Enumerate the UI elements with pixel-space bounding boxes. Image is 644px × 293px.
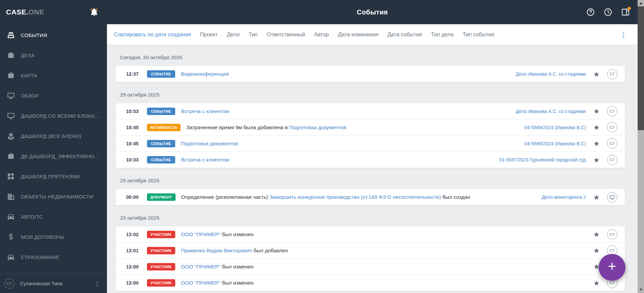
case-link[interactable]: 01-5587/2023 Гурьевский городской суд [499, 157, 586, 162]
event-text-part: был создан [441, 194, 470, 200]
filter-item-4[interactable]: Автор [314, 32, 329, 38]
filter-item-3[interactable]: Ответственный [267, 32, 305, 38]
scroll-up-arrow[interactable] [638, 0, 644, 6]
sidebar-item-dashboard-pretenzii[interactable]: ДАШБОРД ПРЕТЕНЗИИ [0, 166, 107, 186]
sidebar: CASE.ONE СОБЫТИЯДЕЛАКАРТАОБЗОРДАШБОРД СО… [0, 0, 107, 293]
filter-item-8[interactable]: Тип события [463, 32, 494, 38]
star-icon[interactable]: ★ [593, 280, 600, 287]
event-row: 10:53СОБЫТИЕВстреча с клиентомДело Ивано… [116, 103, 625, 119]
logo-primary: CASE. [6, 8, 29, 16]
case-link[interactable]: Дело мониторинга 2 [542, 194, 586, 200]
event-link[interactable]: Подготовка документов [289, 124, 346, 130]
star-icon[interactable]: ★ [593, 194, 600, 201]
filter-item-0[interactable]: Проект [200, 32, 218, 38]
event-link[interactable]: ООО "ПРИМЕР" [181, 231, 221, 237]
sidebar-item-events[interactable]: СОБЫТИЯ [0, 25, 107, 45]
event-link[interactable]: Применко Вадим Викторович [181, 248, 252, 253]
star-icon[interactable]: ★ [593, 247, 600, 254]
sidebar-item-overview[interactable]: ОБЗОР [0, 85, 107, 106]
filter-item-2[interactable]: Тип [249, 32, 258, 38]
avatar[interactable]: СТ [607, 229, 617, 240]
filter-list: ПроектДелоТипОтветственныйАвторДата изме… [200, 32, 494, 38]
sidebar-item-map[interactable]: КАРТА [0, 65, 107, 85]
sidebar-item-cases[interactable]: ДЕЛА [0, 45, 107, 65]
event-link[interactable]: Встреча с клиентом [181, 108, 229, 114]
history-icon[interactable] [604, 8, 612, 16]
event-time: 13:00 [126, 280, 141, 286]
case-link[interactable]: Дело Иванова А.С. со стадиями [516, 109, 586, 114]
event-link[interactable]: Видеоконференция [181, 71, 229, 77]
star-icon[interactable]: ★ [593, 108, 600, 115]
scrollbar-thumb[interactable] [638, 6, 644, 130]
filter-item-5[interactable]: Дата изменения [338, 32, 378, 38]
event-text: ООО "ПРИМЕР" был изменен [181, 263, 593, 270]
avatar[interactable]: СТ [607, 138, 617, 149]
event-text-part: Затраченное время 9м была добавлена в [186, 124, 289, 130]
star-icon[interactable]: ★ [593, 231, 600, 238]
sidebar-item-label: ОБЗОР [21, 93, 39, 99]
star-icon[interactable]: ★ [593, 124, 600, 131]
app-logo: CASE.ONE [6, 8, 44, 16]
event-text-part: был изменен [221, 231, 254, 237]
filter-menu-dots-icon[interactable] [619, 31, 628, 39]
scrollbar[interactable] [638, 0, 644, 293]
filter-item-7[interactable]: Тип дела [431, 32, 454, 38]
sidebar-user[interactable]: СТ Сухановская Тина [0, 273, 107, 293]
sidebar-nav: СОБЫТИЯДЕЛАКАРТАОБЗОРДАШБОРД СО ВСЕМИ БЛ… [0, 24, 107, 267]
user-menu-dots-icon[interactable] [93, 280, 101, 287]
avatar[interactable]: СТ [607, 155, 617, 165]
event-row-actions: ★СТ [593, 229, 617, 240]
date-group-header: 23 октября 2025 [107, 205, 638, 226]
avatar[interactable]: СТ [607, 69, 617, 79]
event-text: ООО "ПРИМЕР" был изменен [181, 231, 593, 238]
notifications-bell-icon[interactable] [89, 7, 99, 17]
filter-item-1[interactable]: Дело [227, 32, 240, 38]
star-icon[interactable]: ★ [593, 140, 600, 147]
event-type-badge: АКТИВНОСТЬ [147, 124, 181, 131]
sort-by-date-link[interactable]: Сортировать по дате создания [114, 32, 191, 38]
event-groups: Сегодня, 30 октября 202512:37СОБЫТИЕВиде… [107, 45, 638, 291]
events-icon [7, 31, 15, 39]
event-time: 10:33 [126, 157, 141, 162]
event-row: 00:00ДОКУМЕНТОпределение (резолютивная ч… [116, 189, 625, 205]
event-link[interactable]: ООО "ПРИМЕР" [181, 280, 221, 286]
panel-toggle-icon[interactable] [621, 8, 630, 16]
star-icon[interactable]: ★ [593, 156, 600, 163]
sidebar-item-db-dashboard-effective[interactable]: ДБ ДАШБОРД_ЭФФЕКТИВНО… [0, 146, 107, 166]
star-icon[interactable]: ★ [593, 71, 600, 78]
event-link[interactable]: Подготовка документов [181, 141, 238, 146]
avatar[interactable] [607, 192, 617, 203]
sidebar-item-label: СОБЫТИЯ [21, 32, 47, 38]
sidebar-item-real-estate[interactable]: ОБЪЕКТЫ НЕДВИЖИМОСТИ [0, 186, 107, 207]
sidebar-item-dashboard-all-blocks[interactable]: ДАШБОРД СО ВСЕМИ БЛОКА… [0, 106, 107, 126]
event-type-badge: СОБЫТИЕ [147, 70, 175, 78]
event-time: 10:53 [126, 109, 141, 114]
case-link[interactable]: 04-5569/2024 (Иванова В.С) [525, 125, 586, 130]
sidebar-item-insurance[interactable]: СТРАХОВАНИЕ [0, 247, 107, 267]
event-row: 10:33СОБЫТИЕВстреча с клиентом01-5587/20… [116, 152, 625, 168]
event-link[interactable]: ООО "ПРИМЕР" [181, 264, 221, 269]
event-card: 10:53СОБЫТИЕВстреча с клиентомДело Ивано… [116, 103, 625, 168]
avatar[interactable]: СТ [607, 122, 617, 133]
event-link[interactable]: Завершить конкурсное производство (ст.14… [269, 194, 441, 200]
events-page: Сортировать по дате создания ПроектДелоТ… [107, 24, 638, 293]
scroll-down-arrow[interactable] [638, 287, 644, 293]
case-link[interactable]: Дело Иванова А.С. со стадиями [516, 71, 586, 77]
dashboard-icon [7, 172, 15, 181]
event-link[interactable]: Встреча с клиентом [181, 157, 229, 162]
event-text: Встреча с клиентом [181, 108, 516, 115]
sidebar-item-my-contracts[interactable]: МОИ ДОГОВОРЫ [0, 227, 107, 247]
avatar[interactable]: СТ [607, 106, 617, 116]
filter-item-6[interactable]: Дата события [387, 32, 422, 38]
fab-add-button[interactable]: + [599, 254, 626, 281]
app: CASE.ONE СОБЫТИЯДЕЛАКАРТАОБЗОРДАШБОРД СО… [0, 0, 644, 293]
user-avatar: СТ [4, 279, 14, 289]
date-group-header: 29 октября 2025 [107, 82, 638, 103]
event-row-actions: Дело мониторинга 2★ [542, 192, 617, 203]
flower-icon [7, 132, 15, 140]
sidebar-item-dashboard-vse-bloki[interactable]: ДАШБОРД (ВСЕ БЛОКИ) [0, 126, 107, 146]
case-link[interactable]: 04-5569/2024 (Иванова В.С) [525, 141, 586, 146]
event-row-actions: 01-5587/2023 Гурьевский городской суд★СТ [499, 155, 617, 165]
sidebar-item-auto-ts[interactable]: АВТО/ТС [0, 207, 107, 227]
help-icon[interactable] [586, 8, 595, 16]
